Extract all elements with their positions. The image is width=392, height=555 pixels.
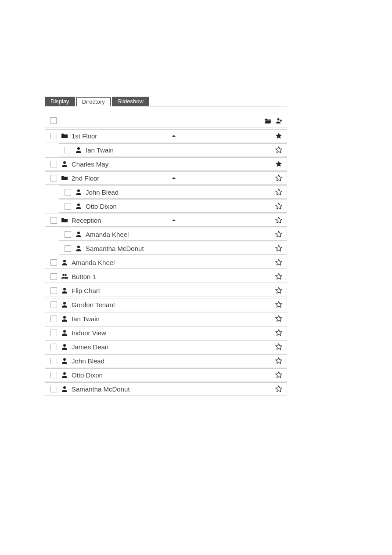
star-icon[interactable] [275,132,282,139]
person-icon [61,301,68,308]
list-item[interactable]: Samantha McDonut [59,242,287,255]
row-checkbox[interactable] [50,133,57,139]
star-icon[interactable] [275,259,282,266]
select-all-checkbox[interactable] [50,117,57,124]
directory-list: 1st FloorIan TwainCharles May2nd FloorJo… [45,114,287,395]
add-person-icon[interactable] [276,117,283,124]
list-item[interactable]: Flip Chart [45,284,287,297]
row-checkbox[interactable] [50,217,57,224]
row-checkbox[interactable] [50,386,57,392]
list-item[interactable]: Gordon Tenant [45,298,287,311]
row-label: Ian Twain [86,146,180,154]
row-checkbox[interactable] [50,372,57,378]
person-icon [61,160,68,167]
row-label: Amanda Kheel [72,259,173,266]
row-checkbox[interactable] [50,161,57,167]
star-icon[interactable] [275,371,282,378]
star-icon[interactable] [275,357,282,364]
star-icon[interactable] [275,301,282,308]
star-icon[interactable] [275,217,282,224]
star-icon[interactable] [275,343,282,350]
star-icon[interactable] [275,385,282,392]
star-icon[interactable] [275,231,282,238]
list-item[interactable]: Samantha McDonut [45,382,287,395]
row-checkbox[interactable] [50,344,57,350]
list-item[interactable]: Otto Dixon [45,368,287,381]
chevron-up-icon[interactable] [171,133,176,138]
star-icon[interactable] [275,189,282,196]
row-label: John Blead [72,357,173,365]
star-icon[interactable] [275,160,282,167]
tab-directory[interactable]: Directory [76,97,111,106]
star-icon[interactable] [275,146,282,153]
row-label: Gordon Tenant [72,301,173,308]
list-item[interactable]: Ian Twain [45,312,287,325]
chevron-up-icon[interactable] [171,175,176,181]
folder-row[interactable]: 2nd Floor [45,171,287,185]
star-icon[interactable] [275,174,282,181]
list-item[interactable]: Indoor View [45,326,287,339]
list-item[interactable]: Amanda Kheel [59,228,287,241]
person-icon [75,146,82,153]
row-checkbox[interactable] [65,147,71,153]
folder-row[interactable]: Reception [45,214,287,227]
star-icon[interactable] [275,273,282,280]
row-checkbox[interactable] [50,316,57,322]
row-label: Samantha McDonut [86,245,180,252]
folder-icon [61,174,68,181]
add-folder-icon[interactable] [264,117,271,124]
folder-icon [61,217,68,224]
row-label: Reception [72,217,170,224]
row-checkbox[interactable] [50,259,57,266]
tabs: Display Directory Slideshow [45,97,287,106]
header-row[interactable] [45,114,287,127]
row-checkbox[interactable] [50,273,57,280]
directory-panel: Display Directory Slideshow 1st FloorIan… [45,97,287,395]
person-icon [61,329,68,336]
list-item[interactable]: John Blead [59,185,287,199]
row-label: Otto Dixon [72,371,173,379]
list-item[interactable]: Button 1 [45,270,287,283]
person-icon [75,189,82,196]
row-checkbox[interactable] [65,203,71,210]
list-item[interactable]: John Blead [45,354,287,367]
list-item[interactable]: Ian Twain [59,143,287,156]
row-label: 1st Floor [72,132,170,140]
row-checkbox[interactable] [65,189,71,196]
row-checkbox[interactable] [50,330,57,336]
row-label: Button 1 [72,273,173,280]
person-icon [61,259,68,266]
folder-icon [61,132,68,139]
list-item[interactable]: James Dean [45,340,287,353]
row-label: Ian Twain [72,315,173,323]
person-icon [61,343,68,350]
star-icon[interactable] [275,329,282,336]
row-label: Indoor View [72,329,173,337]
person-icon [61,385,68,392]
star-icon[interactable] [275,245,282,252]
row-checkbox[interactable] [50,358,57,364]
tab-display[interactable]: Display [45,97,75,106]
person-icon [61,287,68,294]
row-checkbox[interactable] [50,301,57,308]
tab-slideshow[interactable]: Slideshow [112,97,149,106]
row-checkbox[interactable] [65,245,71,252]
chevron-up-icon[interactable] [171,218,176,223]
list-item[interactable]: Otto Dixon [59,200,287,213]
row-checkbox[interactable] [50,287,57,294]
star-icon[interactable] [275,315,282,322]
row-label: Amanda Kheel [86,231,180,238]
person-icon [61,371,68,378]
list-item[interactable]: Charles May [45,157,287,170]
star-icon[interactable] [275,203,282,210]
folder-row[interactable]: 1st Floor [45,129,287,142]
row-label: John Blead [86,189,180,196]
star-icon[interactable] [275,287,282,294]
person-icon [75,245,82,252]
group-icon [61,273,68,280]
list-item[interactable]: Amanda Kheel [45,256,287,269]
row-label: James Dean [72,343,173,351]
row-checkbox[interactable] [50,175,57,181]
person-icon [75,203,82,210]
row-checkbox[interactable] [65,231,71,238]
